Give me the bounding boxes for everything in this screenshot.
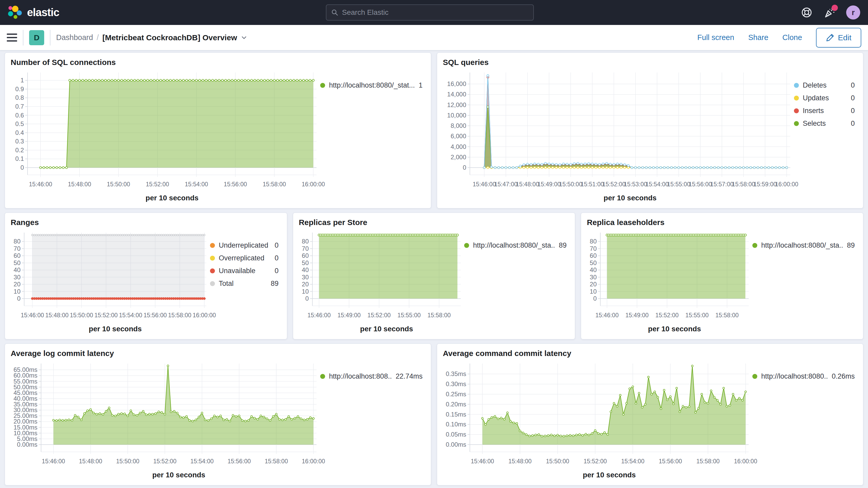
svg-text:12,000: 12,000: [447, 101, 466, 109]
svg-text:0.20ms: 0.20ms: [446, 401, 466, 408]
svg-text:0.1: 0.1: [16, 155, 24, 162]
svg-text:15:58:00: 15:58:00: [263, 181, 286, 188]
svg-text:0.00ms: 0.00ms: [17, 441, 37, 448]
legend-item[interactable]: http://localhost:808...22.74ms: [320, 372, 423, 380]
svg-text:0: 0: [593, 295, 597, 302]
legend-series-value: 0: [851, 94, 855, 102]
chart-replicas-per-store[interactable]: 8070605040302010015:46:0015:49:0015:52:0…: [299, 228, 463, 336]
help-button[interactable]: [800, 6, 813, 19]
svg-text:15:52:00: 15:52:00: [153, 458, 177, 465]
panel-replica-leaseholders: Replica leaseholders 8070605040302010015…: [581, 213, 863, 339]
svg-text:10: 10: [590, 288, 597, 295]
legend-series-value: 22.74ms: [396, 372, 423, 380]
legend-item[interactable]: Updates0: [794, 94, 855, 102]
divider: [23, 30, 23, 45]
svg-text:per 10 seconds: per 10 seconds: [152, 471, 205, 479]
legend-series-label: Total: [219, 280, 234, 287]
svg-text:15:46:00: 15:46:00: [473, 181, 496, 188]
svg-text:6,000: 6,000: [451, 132, 466, 140]
svg-text:10: 10: [302, 288, 309, 295]
search-input[interactable]: Search Elastic: [326, 4, 534, 21]
chart-replica-leaseholders[interactable]: 8070605040302010015:46:0015:49:0015:52:0…: [587, 228, 751, 336]
svg-text:15:46:00: 15:46:00: [307, 312, 331, 318]
chart-legend: http://localhost:8080...0.26ms: [751, 359, 857, 483]
chart-sql-connections[interactable]: 10.90.80.70.60.50.40.30.20.1015:46:0015:…: [11, 68, 319, 206]
panel-ranges: Ranges 8070605040302010015:46:0015:48:00…: [5, 213, 287, 339]
legend-item[interactable]: Inserts0: [794, 107, 855, 115]
breadcrumb: Dashboard / [Metricbeat CockroachDB] Ove…: [56, 33, 247, 42]
legend-series-label: Underreplicated: [219, 241, 269, 249]
svg-text:50: 50: [590, 259, 597, 266]
chart-ranges[interactable]: 8070605040302010015:46:0015:48:0015:50:0…: [11, 228, 209, 336]
legend-item[interactable]: http://localhost:8080/_sta...89: [752, 241, 855, 249]
svg-text:10: 10: [13, 288, 21, 295]
svg-text:0.00ms: 0.00ms: [446, 441, 466, 448]
svg-text:30: 30: [13, 274, 21, 281]
svg-text:20: 20: [302, 281, 309, 288]
legend-item[interactable]: http://localhost:8080...0.26ms: [752, 372, 855, 380]
legend-item[interactable]: Underreplicated0: [210, 241, 279, 249]
svg-text:per 10 seconds: per 10 seconds: [360, 325, 413, 333]
legend-series-dot: [320, 374, 325, 379]
legend-series-dot: [320, 83, 325, 88]
legend-series-value: 0.26ms: [832, 372, 855, 380]
panel-sql-queries: SQL queries 16,00014,00012,00010,0008,00…: [437, 53, 863, 208]
legend-item[interactable]: Total89: [210, 280, 279, 287]
panel-title: Number of SQL connections: [11, 58, 425, 67]
svg-text:0.05ms: 0.05ms: [446, 431, 466, 438]
svg-text:0.25ms: 0.25ms: [446, 391, 466, 398]
chevron-down-icon[interactable]: [241, 34, 247, 41]
legend-item[interactable]: Unavailable0: [210, 267, 279, 275]
legend-item[interactable]: Deletes0: [794, 81, 855, 89]
svg-text:16,000: 16,000: [447, 80, 466, 87]
legend-series-dot: [794, 109, 799, 113]
svg-text:40: 40: [590, 266, 597, 273]
legend-series-value: 0: [275, 267, 279, 275]
svg-text:80: 80: [590, 238, 597, 245]
menu-icon[interactable]: [7, 33, 17, 41]
news-button[interactable]: [823, 6, 836, 19]
svg-text:15:57:00: 15:57:00: [710, 181, 734, 188]
svg-text:60: 60: [13, 252, 21, 259]
full-screen-link[interactable]: Full screen: [697, 33, 734, 42]
svg-text:15:47:00: 15:47:00: [494, 181, 518, 188]
elastic-brand[interactable]: elastic: [0, 4, 59, 21]
legend-item[interactable]: Selects0: [794, 120, 855, 127]
svg-text:70: 70: [590, 245, 597, 252]
chart-log-commit-latency[interactable]: 65.00ms60.00ms55.00ms50.00ms45.00ms40.00…: [11, 359, 319, 483]
edit-button-label: Edit: [838, 33, 851, 42]
svg-text:15:46:00: 15:46:00: [29, 181, 52, 188]
dashboard-grid: Number of SQL connections 10.90.80.70.60…: [0, 51, 868, 485]
svg-text:0.15ms: 0.15ms: [446, 411, 466, 418]
edit-button[interactable]: Edit: [816, 28, 861, 48]
chart-command-commit-latency[interactable]: 0.35ms0.30ms0.25ms0.20ms0.15ms0.10ms0.05…: [443, 359, 751, 483]
lifebuoy-icon: [801, 7, 812, 18]
svg-text:15:52:00: 15:52:00: [146, 181, 169, 188]
legend-series-value: 89: [847, 241, 855, 249]
svg-text:60: 60: [302, 252, 309, 259]
legend-series-dot: [752, 243, 757, 248]
legend-series-label: http://localhost:8080/_sta...: [761, 241, 843, 249]
svg-text:per 10 seconds: per 10 seconds: [146, 194, 198, 202]
svg-text:1: 1: [21, 77, 24, 84]
user-avatar[interactable]: r: [846, 5, 860, 20]
legend-item[interactable]: http://localhost:8080/_sta...89: [464, 241, 566, 249]
breadcrumb-dashboard[interactable]: Dashboard: [56, 33, 93, 42]
chart-sql-queries[interactable]: 16,00014,00012,00010,0008,0006,0004,0002…: [443, 68, 793, 206]
brand-text: elastic: [27, 6, 59, 19]
clone-link[interactable]: Clone: [782, 33, 802, 42]
svg-text:15:52:00: 15:52:00: [583, 458, 607, 465]
svg-text:15:58:00: 15:58:00: [428, 312, 451, 318]
legend-series-label: Deletes: [803, 81, 827, 89]
space-badge[interactable]: D: [29, 30, 44, 45]
legend-item[interactable]: http://localhost:8080/_stat...1: [320, 81, 423, 89]
page-title: [Metricbeat CockroachDB] Overview: [102, 33, 237, 42]
share-link[interactable]: Share: [748, 33, 768, 42]
svg-text:15:54:00: 15:54:00: [185, 181, 208, 188]
legend-series-value: 0: [851, 107, 855, 115]
chart-legend: http://localhost:808...22.74ms: [319, 359, 425, 483]
legend-item[interactable]: Overreplicated0: [210, 254, 279, 262]
legend-series-value: 0: [851, 81, 855, 89]
svg-text:15:52:00: 15:52:00: [94, 312, 118, 318]
legend-series-label: Unavailable: [219, 267, 255, 275]
